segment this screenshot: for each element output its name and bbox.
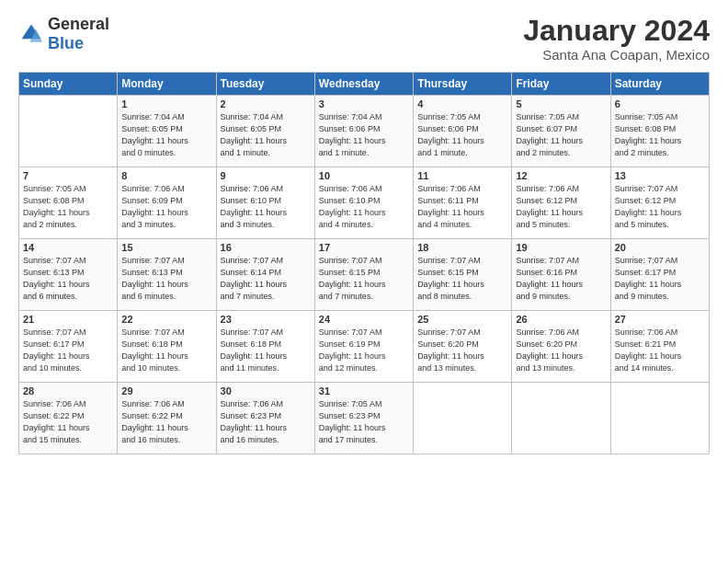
calendar-cell: 4Sunrise: 7:05 AMSunset: 6:06 PMDaylight…	[414, 96, 512, 167]
day-number: 26	[516, 314, 606, 325]
calendar-cell: 10Sunrise: 7:06 AMSunset: 6:10 PMDayligh…	[314, 167, 413, 239]
day-info: Sunrise: 7:06 AMSunset: 6:20 PMDaylight:…	[516, 327, 606, 374]
day-info: Sunrise: 7:04 AMSunset: 6:06 PMDaylight:…	[319, 111, 409, 159]
logo: General Blue	[18, 15, 109, 53]
day-number: 1	[121, 98, 211, 109]
day-info: Sunrise: 7:07 AMSunset: 6:14 PMDaylight:…	[221, 255, 311, 303]
day-number: 24	[319, 314, 409, 325]
calendar-cell: 3Sunrise: 7:04 AMSunset: 6:06 PMDaylight…	[314, 96, 413, 167]
calendar-header-row: Sunday Monday Tuesday Wednesday Thursday…	[19, 73, 710, 96]
day-info: Sunrise: 7:04 AMSunset: 6:05 PMDaylight:…	[121, 111, 211, 159]
calendar-table: Sunday Monday Tuesday Wednesday Thursday…	[18, 72, 710, 454]
day-info: Sunrise: 7:06 AMSunset: 6:10 PMDaylight:…	[319, 183, 409, 231]
day-number: 29	[121, 385, 211, 396]
day-number: 16	[221, 242, 311, 253]
day-number: 20	[615, 242, 705, 253]
calendar-cell	[610, 383, 709, 454]
day-info: Sunrise: 7:07 AMSunset: 6:15 PMDaylight:…	[417, 255, 507, 303]
calendar-cell: 31Sunrise: 7:05 AMSunset: 6:23 PMDayligh…	[314, 383, 413, 454]
day-number: 21	[23, 314, 113, 325]
day-info: Sunrise: 7:06 AMSunset: 6:22 PMDaylight:…	[23, 398, 113, 446]
calendar-cell: 22Sunrise: 7:07 AMSunset: 6:18 PMDayligh…	[118, 311, 216, 383]
calendar-cell	[19, 96, 118, 167]
col-thursday: Thursday	[414, 73, 512, 96]
day-info: Sunrise: 7:06 AMSunset: 6:09 PMDaylight:…	[121, 183, 211, 231]
day-info: Sunrise: 7:06 AMSunset: 6:11 PMDaylight:…	[417, 183, 507, 231]
calendar-cell: 5Sunrise: 7:05 AMSunset: 6:07 PMDaylight…	[512, 96, 610, 167]
day-number: 11	[417, 170, 507, 181]
calendar-cell	[414, 383, 512, 454]
col-sunday: Sunday	[19, 73, 118, 96]
day-info: Sunrise: 7:07 AMSunset: 6:16 PMDaylight:…	[516, 255, 606, 303]
calendar-cell: 9Sunrise: 7:06 AMSunset: 6:10 PMDaylight…	[216, 167, 314, 239]
day-info: Sunrise: 7:06 AMSunset: 6:22 PMDaylight:…	[121, 398, 211, 446]
calendar-cell	[512, 383, 610, 454]
day-number: 12	[516, 170, 606, 181]
calendar-week-0: 1Sunrise: 7:04 AMSunset: 6:05 PMDaylight…	[19, 96, 710, 167]
calendar-cell: 7Sunrise: 7:05 AMSunset: 6:08 PMDaylight…	[19, 167, 118, 239]
calendar-week-2: 14Sunrise: 7:07 AMSunset: 6:13 PMDayligh…	[19, 239, 710, 311]
main-title: January 2024	[523, 15, 710, 47]
logo-general: General	[48, 15, 109, 33]
col-tuesday: Tuesday	[216, 73, 314, 96]
logo-blue: Blue	[48, 34, 84, 52]
calendar-cell: 11Sunrise: 7:06 AMSunset: 6:11 PMDayligh…	[414, 167, 512, 239]
calendar-week-1: 7Sunrise: 7:05 AMSunset: 6:08 PMDaylight…	[19, 167, 710, 239]
day-number: 22	[121, 314, 211, 325]
calendar-cell: 16Sunrise: 7:07 AMSunset: 6:14 PMDayligh…	[216, 239, 314, 311]
calendar-cell: 20Sunrise: 7:07 AMSunset: 6:17 PMDayligh…	[610, 239, 709, 311]
day-number: 15	[121, 242, 211, 253]
day-info: Sunrise: 7:06 AMSunset: 6:23 PMDaylight:…	[221, 398, 311, 446]
day-number: 23	[221, 314, 311, 325]
day-number: 14	[23, 242, 113, 253]
page: General Blue January 2024 Santa Ana Coap…	[0, 0, 728, 563]
day-info: Sunrise: 7:04 AMSunset: 6:05 PMDaylight:…	[221, 111, 311, 159]
day-info: Sunrise: 7:06 AMSunset: 6:12 PMDaylight:…	[516, 183, 606, 231]
day-info: Sunrise: 7:05 AMSunset: 6:06 PMDaylight:…	[417, 111, 507, 159]
day-number: 27	[615, 314, 705, 325]
calendar-cell: 15Sunrise: 7:07 AMSunset: 6:13 PMDayligh…	[118, 239, 216, 311]
calendar-cell: 28Sunrise: 7:06 AMSunset: 6:22 PMDayligh…	[19, 383, 118, 454]
day-number: 2	[221, 98, 311, 109]
col-saturday: Saturday	[610, 73, 709, 96]
day-number: 19	[516, 242, 606, 253]
calendar-cell: 18Sunrise: 7:07 AMSunset: 6:15 PMDayligh…	[414, 239, 512, 311]
day-number: 17	[319, 242, 409, 253]
day-number: 18	[417, 242, 507, 253]
calendar-cell: 24Sunrise: 7:07 AMSunset: 6:19 PMDayligh…	[314, 311, 413, 383]
col-friday: Friday	[512, 73, 610, 96]
day-info: Sunrise: 7:05 AMSunset: 6:08 PMDaylight:…	[23, 183, 113, 231]
day-info: Sunrise: 7:05 AMSunset: 6:08 PMDaylight:…	[615, 111, 705, 159]
col-wednesday: Wednesday	[314, 73, 413, 96]
day-info: Sunrise: 7:07 AMSunset: 6:13 PMDaylight:…	[121, 255, 211, 303]
calendar-cell: 14Sunrise: 7:07 AMSunset: 6:13 PMDayligh…	[19, 239, 118, 311]
title-block: January 2024 Santa Ana Coapan, Mexico	[523, 15, 710, 63]
day-number: 30	[221, 385, 311, 396]
day-info: Sunrise: 7:05 AMSunset: 6:07 PMDaylight:…	[516, 111, 606, 159]
day-info: Sunrise: 7:07 AMSunset: 6:12 PMDaylight:…	[615, 183, 705, 231]
calendar-cell: 29Sunrise: 7:06 AMSunset: 6:22 PMDayligh…	[118, 383, 216, 454]
day-number: 6	[615, 98, 705, 109]
day-info: Sunrise: 7:07 AMSunset: 6:18 PMDaylight:…	[221, 327, 311, 374]
calendar-cell: 25Sunrise: 7:07 AMSunset: 6:20 PMDayligh…	[414, 311, 512, 383]
calendar-cell: 8Sunrise: 7:06 AMSunset: 6:09 PMDaylight…	[118, 167, 216, 239]
day-number: 13	[615, 170, 705, 181]
calendar-cell: 19Sunrise: 7:07 AMSunset: 6:16 PMDayligh…	[512, 239, 610, 311]
day-info: Sunrise: 7:07 AMSunset: 6:19 PMDaylight:…	[319, 327, 409, 374]
day-number: 5	[516, 98, 606, 109]
day-number: 8	[121, 170, 211, 181]
calendar-cell: 17Sunrise: 7:07 AMSunset: 6:15 PMDayligh…	[314, 239, 413, 311]
day-number: 4	[417, 98, 507, 109]
calendar-week-4: 28Sunrise: 7:06 AMSunset: 6:22 PMDayligh…	[19, 383, 710, 454]
calendar-cell: 21Sunrise: 7:07 AMSunset: 6:17 PMDayligh…	[19, 311, 118, 383]
header: General Blue January 2024 Santa Ana Coap…	[18, 15, 710, 63]
calendar-cell: 27Sunrise: 7:06 AMSunset: 6:21 PMDayligh…	[610, 311, 709, 383]
day-number: 25	[417, 314, 507, 325]
calendar-cell: 13Sunrise: 7:07 AMSunset: 6:12 PMDayligh…	[610, 167, 709, 239]
calendar-cell: 30Sunrise: 7:06 AMSunset: 6:23 PMDayligh…	[216, 383, 314, 454]
day-number: 7	[23, 170, 113, 181]
day-info: Sunrise: 7:07 AMSunset: 6:15 PMDaylight:…	[319, 255, 409, 303]
day-info: Sunrise: 7:07 AMSunset: 6:17 PMDaylight:…	[615, 255, 705, 303]
day-info: Sunrise: 7:06 AMSunset: 6:21 PMDaylight:…	[615, 327, 705, 374]
day-number: 31	[319, 385, 409, 396]
